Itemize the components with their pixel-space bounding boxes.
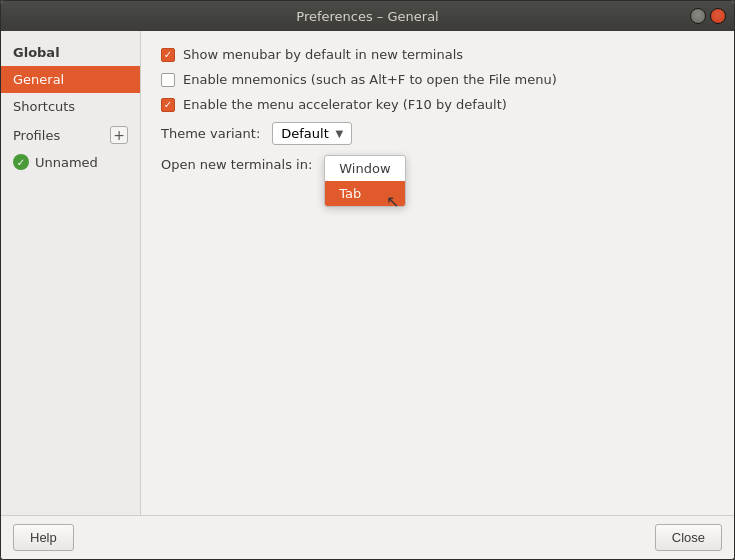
sidebar: Global General Shortcuts Profiles + ✓ Un… [1, 31, 141, 515]
minimize-button[interactable] [690, 8, 706, 24]
enable-mnemonics-checkbox[interactable] [161, 73, 175, 87]
close-dialog-button[interactable]: Close [655, 524, 722, 551]
sidebar-item-profiles[interactable]: Profiles + [1, 120, 140, 150]
open-terminals-row: Open new terminals in: Window Tab ↖ [161, 155, 714, 207]
preferences-window: Preferences – General Global General Sho… [0, 0, 735, 560]
menu-accelerator-row: Enable the menu accelerator key (F10 by … [161, 97, 714, 112]
sidebar-item-general[interactable]: General [1, 66, 140, 93]
content-area: Show menubar by default in new terminals… [141, 31, 734, 515]
show-menubar-label: Show menubar by default in new terminals [183, 47, 463, 62]
titlebar: Preferences – General [1, 1, 734, 31]
close-button[interactable] [710, 8, 726, 24]
main-content: Global General Shortcuts Profiles + ✓ Un… [1, 31, 734, 515]
open-terminals-label: Open new terminals in: [161, 155, 312, 172]
dropdown-option-tab[interactable]: Tab [325, 181, 404, 206]
dropdown-option-window[interactable]: Window [325, 156, 404, 181]
sidebar-item-global[interactable]: Global [1, 39, 140, 66]
open-terminals-dropdown[interactable]: Window Tab [324, 155, 405, 207]
enable-mnemonics-row: Enable mnemonics (such as Alt+F to open … [161, 72, 714, 87]
help-button[interactable]: Help [13, 524, 74, 551]
theme-value: Default [281, 126, 329, 141]
window-title: Preferences – General [296, 9, 438, 24]
window-controls [690, 8, 726, 24]
enable-mnemonics-label: Enable mnemonics (such as Alt+F to open … [183, 72, 557, 87]
sidebar-item-unnamed[interactable]: ✓ Unnamed [1, 150, 140, 174]
open-terminals-dropdown-container: Window Tab ↖ [324, 155, 405, 207]
dropdown-arrow-icon: ▼ [336, 128, 344, 139]
show-menubar-row: Show menubar by default in new terminals [161, 47, 714, 62]
sidebar-item-shortcuts[interactable]: Shortcuts [1, 93, 140, 120]
menu-accelerator-label: Enable the menu accelerator key (F10 by … [183, 97, 507, 112]
theme-variant-row: Theme variant: Default ▼ [161, 122, 714, 145]
add-profile-button[interactable]: + [110, 126, 128, 144]
bottom-bar: Help Close [1, 515, 734, 559]
menu-accelerator-checkbox[interactable] [161, 98, 175, 112]
theme-dropdown[interactable]: Default ▼ [272, 122, 352, 145]
show-menubar-checkbox[interactable] [161, 48, 175, 62]
profile-active-icon: ✓ [13, 154, 29, 170]
theme-label: Theme variant: [161, 126, 260, 141]
